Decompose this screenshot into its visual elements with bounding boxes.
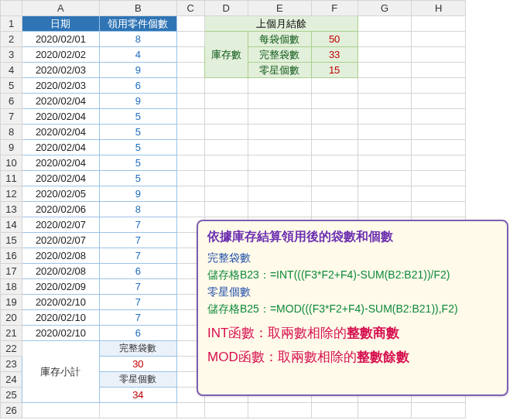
- cell[interactable]: [176, 403, 204, 418]
- cell-date[interactable]: 2020/02/04: [22, 140, 99, 155]
- cell[interactable]: [311, 155, 358, 171]
- cell-count[interactable]: 6: [99, 78, 176, 94]
- cell[interactable]: [248, 78, 311, 94]
- row-header[interactable]: 15: [1, 233, 22, 248]
- cell[interactable]: [176, 171, 204, 186]
- row-header[interactable]: 17: [1, 264, 22, 279]
- full-bags-value-top[interactable]: 33: [311, 47, 358, 63]
- cell[interactable]: [358, 109, 412, 125]
- cell[interactable]: [358, 94, 412, 109]
- row-header[interactable]: 9: [1, 140, 22, 155]
- row-header[interactable]: 13: [1, 202, 22, 217]
- cell[interactable]: [412, 403, 466, 418]
- cell[interactable]: [248, 202, 311, 217]
- cell-count[interactable]: 8: [99, 32, 176, 47]
- column-header-row[interactable]: A B C D E F G H: [1, 1, 520, 16]
- cell-date[interactable]: 2020/02/10: [22, 310, 99, 326]
- cell-count[interactable]: 7: [99, 233, 176, 248]
- row-header[interactable]: 12: [1, 186, 22, 202]
- cell-count[interactable]: 9: [99, 63, 176, 78]
- cell[interactable]: [311, 171, 358, 186]
- row-header[interactable]: 18: [1, 279, 22, 295]
- row-header[interactable]: 5: [1, 78, 22, 94]
- cell[interactable]: [248, 109, 311, 125]
- cell-count[interactable]: 7: [99, 248, 176, 264]
- loose-label-top[interactable]: 零星個數: [248, 63, 311, 78]
- cell[interactable]: [248, 140, 311, 155]
- cell-count[interactable]: 7: [99, 310, 176, 326]
- cell-date[interactable]: 2020/02/04: [22, 125, 99, 140]
- row-header[interactable]: 1: [1, 16, 22, 32]
- cell[interactable]: [176, 16, 204, 32]
- row-header[interactable]: 25: [1, 388, 22, 403]
- cell[interactable]: [412, 78, 466, 94]
- cell-count[interactable]: 5: [99, 140, 176, 155]
- cell[interactable]: [176, 140, 204, 155]
- cell-count[interactable]: 7: [99, 279, 176, 295]
- cell[interactable]: [204, 78, 248, 94]
- cell[interactable]: [176, 94, 204, 109]
- row-header[interactable]: 22: [1, 341, 22, 357]
- cell-date[interactable]: 2020/02/10: [22, 326, 99, 341]
- cell[interactable]: [412, 94, 466, 109]
- cell[interactable]: [204, 140, 248, 155]
- cell-count[interactable]: 4: [99, 47, 176, 63]
- cell[interactable]: [412, 171, 466, 186]
- cell[interactable]: [311, 202, 358, 217]
- cell[interactable]: [412, 155, 466, 171]
- cell[interactable]: [204, 171, 248, 186]
- full-bags-label[interactable]: 完整袋數: [248, 47, 311, 63]
- cell[interactable]: [358, 186, 412, 202]
- cell[interactable]: [311, 78, 358, 94]
- cell[interactable]: [176, 202, 204, 217]
- cell[interactable]: [248, 94, 311, 109]
- cell[interactable]: [311, 186, 358, 202]
- cell-count[interactable]: 9: [99, 94, 176, 109]
- row-header[interactable]: 11: [1, 171, 22, 186]
- header-count[interactable]: 領用零件個數: [99, 16, 176, 32]
- cell-date[interactable]: 2020/02/04: [22, 171, 99, 186]
- col-header[interactable]: A: [22, 1, 99, 16]
- cell-count[interactable]: 7: [99, 217, 176, 233]
- cell-count[interactable]: 9: [99, 186, 176, 202]
- cell[interactable]: [412, 16, 466, 32]
- corner-cell[interactable]: [1, 1, 22, 16]
- cell[interactable]: [358, 155, 412, 171]
- loose-sublabel[interactable]: 零星個數: [99, 372, 176, 388]
- cell[interactable]: [311, 94, 358, 109]
- cell-count[interactable]: 6: [99, 326, 176, 341]
- cell-date[interactable]: 2020/02/06: [22, 202, 99, 217]
- cell[interactable]: [311, 125, 358, 140]
- loose-value-top[interactable]: 15: [311, 63, 358, 78]
- cell[interactable]: [412, 47, 466, 63]
- per-bag-label[interactable]: 每袋個數: [248, 32, 311, 47]
- cell[interactable]: [248, 403, 311, 418]
- row-header[interactable]: 23: [1, 357, 22, 372]
- cell-date[interactable]: 2020/02/02: [22, 47, 99, 63]
- cell-date[interactable]: 2020/02/04: [22, 155, 99, 171]
- header-date[interactable]: 日期: [22, 16, 99, 32]
- row-header[interactable]: 16: [1, 248, 22, 264]
- cell-count[interactable]: 7: [99, 295, 176, 310]
- cell[interactable]: [176, 186, 204, 202]
- cell[interactable]: [412, 186, 466, 202]
- row-header[interactable]: 7: [1, 109, 22, 125]
- cell[interactable]: [248, 171, 311, 186]
- cell-date[interactable]: 2020/02/04: [22, 109, 99, 125]
- row-header[interactable]: 2: [1, 32, 22, 47]
- row-header[interactable]: 3: [1, 47, 22, 63]
- row-header[interactable]: 21: [1, 326, 22, 341]
- cell[interactable]: [412, 32, 466, 47]
- cell-date[interactable]: 2020/02/08: [22, 264, 99, 279]
- cell-count[interactable]: 6: [99, 264, 176, 279]
- last-month-title[interactable]: 上個月結餘: [204, 16, 358, 32]
- cell[interactable]: [358, 202, 412, 217]
- cell[interactable]: [204, 155, 248, 171]
- cell[interactable]: [358, 78, 412, 94]
- cell-date[interactable]: 2020/02/08: [22, 248, 99, 264]
- col-header[interactable]: F: [311, 1, 358, 16]
- cell[interactable]: [204, 94, 248, 109]
- cell-count[interactable]: 5: [99, 155, 176, 171]
- cell[interactable]: [358, 125, 412, 140]
- row-header[interactable]: 14: [1, 217, 22, 233]
